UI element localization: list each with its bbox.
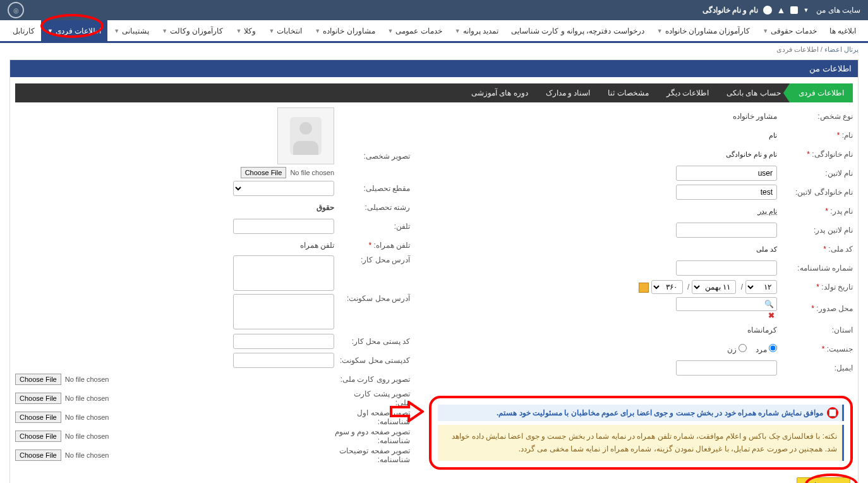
choose-file-bc-p23[interactable]: Choose File: [15, 431, 61, 442]
tab-item[interactable]: اطلاعات دیگر: [658, 83, 718, 102]
select-dob-month[interactable]: ۱۱ بهمن: [692, 280, 736, 294]
lbl-nid-front: تصویر روی کارت ملی:: [334, 375, 410, 384]
calendar-icon[interactable]: [639, 283, 649, 293]
user-avatar-icon[interactable]: [763, 6, 772, 15]
input-home-zip[interactable]: [233, 353, 334, 368]
choose-file-nid-front[interactable]: Choose File: [15, 374, 61, 385]
tab-item[interactable]: اسناد و مدارک: [537, 83, 600, 102]
lbl-mobile: تلفن همراه: *: [334, 241, 410, 250]
clear-icon[interactable]: ✖: [768, 311, 775, 320]
lbl-name-latin: نام لاتین:: [777, 169, 853, 178]
radio-male[interactable]: مرد: [756, 345, 777, 354]
lbl-person-type: نوع شخص:: [777, 112, 853, 121]
lbl-province: استان:: [777, 326, 853, 334]
lbl-name: نام: *: [777, 131, 853, 140]
choose-file-bc-p1[interactable]: Choose File: [15, 412, 61, 423]
input-lastname-latin[interactable]: [676, 185, 777, 200]
form-column-right: نوع شخص:مشاور خانواده نام: *نام نام خانو…: [416, 107, 853, 470]
lbl-father: نام پدر: *: [777, 207, 853, 216]
menu-item[interactable]: خدمات عمومی▼: [382, 20, 449, 41]
panel-title: اطلاعات من: [10, 60, 858, 77]
lbl-edu-level: مقطع تحصیلی:: [334, 184, 410, 193]
no-file-bc-desc: No file chosen: [65, 451, 109, 459]
lbl-lastname-latin: نام خانوادگی لاتین:: [777, 188, 853, 197]
select-dob-day[interactable]: ۱۲: [745, 280, 777, 294]
update-button[interactable]: بروزرسانی: [797, 477, 850, 483]
caret-down-icon: ▼: [388, 28, 394, 34]
menu-item-label: تمدید پروانه: [463, 27, 498, 35]
form-grid: نوع شخص:مشاور خانواده نام: *نام نام خانو…: [15, 107, 853, 470]
val-mobile: تلفن همراه: [300, 241, 334, 250]
breadcrumb-sep: /: [819, 46, 823, 53]
input-tel[interactable]: [233, 219, 334, 234]
consent-note: نکته: با فعالسازی چک باکس و اعلام موافقت…: [438, 425, 844, 461]
person-icon: [290, 117, 322, 155]
app-switcher-icon[interactable]: [790, 6, 798, 14]
no-file-nid-back: No file chosen: [65, 394, 109, 402]
input-work-zip[interactable]: [233, 334, 334, 349]
menu-item[interactable]: انتخابات▼: [262, 20, 308, 41]
warning-icon[interactable]: ▲: [777, 5, 786, 15]
lbl-bc: شماره شناسنامه:: [777, 264, 853, 272]
menu-item[interactable]: سامانه آموزش: [862, 20, 868, 41]
menu-item[interactable]: تمدید پروانه▼: [449, 20, 505, 41]
checkbox-consent[interactable]: [829, 409, 836, 417]
menu-item[interactable]: کارتابل: [6, 20, 41, 41]
breadcrumb: پرتال اعضاء / اطلاعات فردی: [0, 43, 868, 56]
val-father: نام پدر: [758, 207, 777, 215]
no-file-photo: No file chosen: [290, 169, 334, 176]
breadcrumb-home[interactable]: پرتال اعضاء: [824, 46, 859, 53]
caret-down-icon: ▼: [657, 28, 663, 34]
lbl-edu-field: رشته تحصیلی:: [334, 203, 410, 212]
textarea-work-addr[interactable]: [233, 255, 334, 291]
caret-down-icon: ▼: [162, 28, 167, 34]
tab-item[interactable]: دوره های آموزشی: [462, 83, 537, 102]
menu-item[interactable]: کارآموزان وکالت▼: [155, 20, 229, 41]
radio-female[interactable]: زن: [727, 345, 747, 354]
menu-item[interactable]: ابلاغیه ها: [823, 20, 862, 41]
menu-item[interactable]: کارآموزان مشاوران خانواده▼: [651, 20, 757, 41]
lbl-tel: تلفن:: [334, 222, 410, 231]
menu-item-label: خدمات حقوقی: [771, 27, 816, 35]
search-icon: 🔍: [764, 300, 774, 309]
input-name-latin[interactable]: [676, 166, 777, 181]
input-email[interactable]: [676, 360, 777, 376]
menu-item[interactable]: وکلا▼: [229, 20, 262, 41]
tab-item[interactable]: مشخصات ثنا: [599, 83, 657, 102]
choose-file-photo[interactable]: Choose File: [241, 167, 287, 178]
tab-item[interactable]: حساب های بانکی: [718, 83, 790, 102]
lbl-work-zip: کد پستی محل کار:: [334, 337, 410, 346]
caret-down-icon: ▼: [455, 28, 461, 34]
lbl-work-addr: آدرس محل کار:: [334, 255, 410, 264]
menu-item[interactable]: درخواست دفترچه، پروانه و کارت شناسایی: [505, 20, 651, 41]
sites-menu[interactable]: سایت های من: [816, 6, 860, 15]
dob-group: ۱۲/ ۱۱ بهمن/ ۱۳۶۰: [416, 280, 777, 294]
menu-item[interactable]: خدمات حقوقی▼: [756, 20, 823, 41]
val-lastname: نام و نام خانوادگی: [726, 150, 777, 158]
lbl-nid: کد ملی: *: [777, 245, 853, 254]
form-column-left: تصویر شخصی: Choose FileNo file chosen مق…: [15, 107, 410, 470]
menu-item[interactable]: پشتیبانی▼: [107, 20, 155, 41]
input-bc[interactable]: [676, 260, 777, 276]
input-father-latin[interactable]: [676, 223, 777, 238]
val-edu-field: حقوق: [15, 203, 334, 212]
choose-file-bc-desc[interactable]: Choose File: [15, 449, 61, 461]
lbl-issue-place: محل صدور: *: [777, 304, 853, 313]
menu-item[interactable]: مشاوران خانواده▼: [308, 20, 381, 41]
textarea-home-addr[interactable]: [233, 294, 334, 329]
menu-item-label: پشتیبانی: [122, 27, 149, 35]
select-dob-year[interactable]: ۱۳۶۰: [651, 280, 683, 294]
caret-down-icon: ▼: [268, 28, 274, 34]
annotation-arrow: [392, 401, 424, 420]
select-edu-level[interactable]: [233, 181, 334, 196]
input-issue-place[interactable]: 🔍: [676, 297, 777, 311]
no-file-nid-front: No file chosen: [65, 376, 109, 383]
tab-item[interactable]: اطلاعات فردی: [790, 83, 853, 102]
caret-down-icon: ▼: [803, 7, 809, 13]
menu-item[interactable]: اطلاعات فردی▼: [41, 20, 107, 41]
main-panel: اطلاعات من اطلاعات فردیحساب های بانکیاطل…: [9, 59, 859, 483]
choose-file-nid-back[interactable]: Choose File: [15, 393, 61, 404]
lbl-email: ایمیل:: [777, 364, 853, 372]
avatar-placeholder: [277, 107, 334, 164]
val-person-type: مشاور خانواده: [416, 112, 777, 121]
